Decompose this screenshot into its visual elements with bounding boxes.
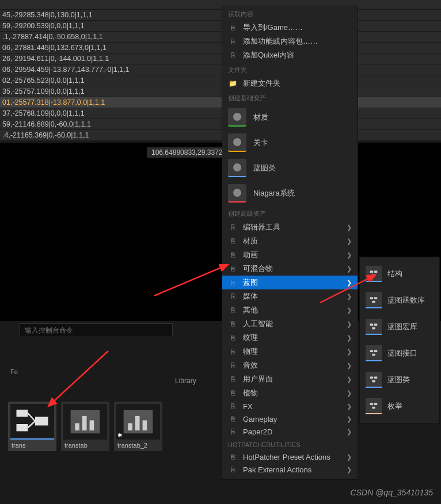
data-row[interactable]: 37,-25768.109|0,0,0|1,1,1 <box>0 108 441 119</box>
svg-rect-12 <box>143 420 147 430</box>
submenu-item[interactable]: 蓝图宏库 <box>360 314 439 340</box>
svg-rect-0 <box>17 410 28 417</box>
menu-item[interactable]: ⎘Pak External Actions❯ <box>222 463 358 476</box>
asset-tile-transtab_2[interactable]: ✱transtab_2 <box>114 402 162 451</box>
svg-rect-7 <box>82 416 87 430</box>
item-icon: ⎘ <box>228 375 237 384</box>
svg-line-3 <box>28 413 36 421</box>
menu-item[interactable]: ⎘添加功能或内容包…… <box>222 35 358 48</box>
chevron-right-icon: ❯ <box>347 293 352 300</box>
svg-rect-18 <box>374 271 377 273</box>
data-row[interactable]: 02,-25765.523|0,0,0|1,1,1 <box>0 75 441 86</box>
submenu-item[interactable]: 蓝图类 <box>360 366 439 393</box>
svg-point-13 <box>233 113 241 121</box>
item-icon: ⎘ <box>228 306 237 315</box>
item-icon: ⎘ <box>228 402 237 411</box>
chevron-right-icon: ❯ <box>347 428 352 436</box>
item-icon: ⎘ <box>228 319 237 329</box>
menu-item[interactable]: ⎘物理❯ <box>222 345 358 358</box>
submenu-item[interactable]: 蓝图函数库 <box>360 287 439 314</box>
submenu-item[interactable]: 蓝图接口 <box>360 340 439 366</box>
menu-big-item[interactable]: 材质 <box>222 105 358 130</box>
bp-type-icon <box>366 345 382 361</box>
data-row[interactable]: 45,-29285.348|0,130,0|1,1,1 <box>0 10 441 20</box>
bp-type-icon <box>366 372 382 388</box>
menu-section-header: 创建高级资产 <box>222 206 358 220</box>
item-icon: ⎘ <box>228 264 237 273</box>
svg-rect-22 <box>372 301 375 303</box>
data-row[interactable]: 59,-21146.689|0,-60,0|1,1,1 <box>0 119 441 129</box>
svg-rect-20 <box>370 297 373 300</box>
svg-rect-30 <box>374 377 377 379</box>
submenu-item[interactable]: 枚举 <box>360 393 439 419</box>
item-icon: ⎘ <box>228 333 237 342</box>
data-row[interactable]: 26,-29194.611|0,-144.001,0|1,1,1 <box>0 54 441 64</box>
menu-big-item[interactable]: 关卡 <box>222 130 358 155</box>
data-row[interactable]: 59,-29200.539|0,0,0|1,1,1 <box>0 21 441 31</box>
file-icon: ⎘ <box>228 452 237 461</box>
svg-rect-8 <box>90 420 94 430</box>
menu-item[interactable]: ⎘添加Quixel内容 <box>222 48 358 62</box>
data-row[interactable]: .4,-21165.369|0,-60,0|1,1,1 <box>0 130 441 140</box>
menu-big-item[interactable]: 蓝图类 <box>222 155 358 181</box>
chevron-right-icon: ❯ <box>347 466 352 474</box>
asset-type-icon <box>228 108 246 127</box>
item-icon: ⎘ <box>228 236 237 246</box>
bp-type-icon <box>366 266 382 282</box>
item-icon: ⎘ <box>228 250 237 259</box>
data-row[interactable]: 01,-25577.318|-13.877,0,0|1,1,1 <box>0 97 441 108</box>
item-icon: ⎘ <box>228 361 237 370</box>
menu-section-header: 获取内容 <box>222 6 358 21</box>
bp-type-icon <box>366 398 382 414</box>
asset-label: transtab_2 <box>116 442 147 449</box>
menu-item[interactable]: ⎘可混合物❯ <box>222 262 358 276</box>
item-icon: ⎘ <box>228 292 237 301</box>
data-row[interactable]: 06,-29594.459|-13.877,143.777,-0|1,1,1 <box>0 64 441 75</box>
console-input[interactable] <box>20 323 173 337</box>
menu-item[interactable]: 📁新建文件夹 <box>222 77 358 90</box>
menu-item[interactable]: ⎘植物❯ <box>222 386 358 400</box>
svg-rect-2 <box>35 417 48 426</box>
menu-item[interactable]: ⎘HotPatcher Preset Actions❯ <box>222 450 358 463</box>
asset-tile-transtab[interactable]: transtab <box>61 402 109 451</box>
asset-tile-trans[interactable]: trans <box>8 402 56 451</box>
menu-item[interactable]: ⎘纹理❯ <box>222 331 358 345</box>
menu-item[interactable]: ⎘用户界面❯ <box>222 372 358 386</box>
menu-item[interactable]: ⎘Paper2D❯ <box>222 425 358 438</box>
data-row[interactable]: 06,-27881.445|0,132.673,0|1,1,1 <box>0 43 441 53</box>
svg-rect-28 <box>372 354 375 356</box>
menu-item[interactable]: ⎘人工智能❯ <box>222 317 358 331</box>
menu-item[interactable]: ⎘音效❯ <box>222 358 358 372</box>
menu-item[interactable]: ⎘材质❯ <box>222 234 358 248</box>
add-feature-icon: ⎘ <box>228 37 237 46</box>
file-icon: ⎘ <box>228 465 237 474</box>
item-icon: ⎘ <box>228 388 237 398</box>
svg-line-4 <box>28 421 36 427</box>
browser-tab[interactable]: Fo <box>10 368 18 375</box>
svg-rect-25 <box>372 327 375 330</box>
menu-item[interactable]: ⎘编辑器工具❯ <box>222 220 358 234</box>
menu-item[interactable]: ⎘媒体❯ <box>222 289 358 303</box>
menu-item[interactable]: ⎘Gameplay❯ <box>222 413 358 425</box>
svg-point-15 <box>233 163 241 171</box>
chevron-right-icon: ❯ <box>347 415 352 423</box>
data-row[interactable]: 35,-25757.109|0,0,0|1,1,1 <box>0 86 441 97</box>
menu-item[interactable]: ⎘FX❯ <box>222 400 358 413</box>
datatable-thumb-icon <box>63 404 107 440</box>
folder-icon: 📁 <box>228 79 237 88</box>
svg-rect-10 <box>128 423 132 431</box>
menu-item[interactable]: ⎘动画❯ <box>222 248 358 262</box>
menu-section-header: 文件夹 <box>222 62 358 77</box>
menu-big-item[interactable]: Niagara系统 <box>222 181 358 206</box>
chevron-right-icon: ❯ <box>347 334 352 342</box>
svg-rect-32 <box>370 403 373 406</box>
menu-item[interactable]: ⎘蓝图❯ <box>222 276 358 289</box>
data-row[interactable]: .1,-27887.414|0,-50.658,0|1,1,1 <box>0 32 441 42</box>
chevron-right-icon: ❯ <box>347 224 352 231</box>
menu-item[interactable]: ⎘其他❯ <box>222 303 358 317</box>
submenu-item[interactable]: 结构 <box>360 261 439 287</box>
svg-rect-19 <box>372 274 375 277</box>
svg-rect-26 <box>370 350 373 353</box>
menu-item[interactable]: ⎘导入到/Game…… <box>222 21 358 35</box>
chevron-right-icon: ❯ <box>347 279 352 287</box>
